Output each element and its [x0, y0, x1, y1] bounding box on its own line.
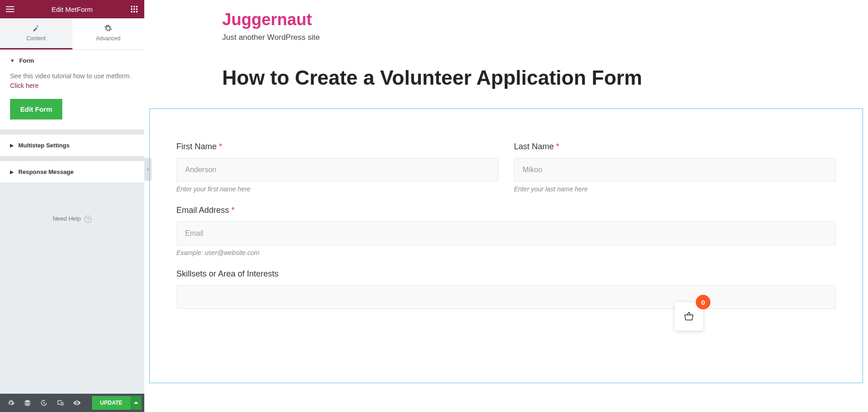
form-widget[interactable]: First Name * Enter your first name here …	[149, 108, 863, 383]
svg-rect-2	[6, 11, 14, 12]
svg-rect-9	[131, 11, 132, 12]
first-name-helper: Enter your first name here	[176, 185, 498, 193]
first-name-input[interactable]	[176, 158, 498, 182]
tab-content-label: Content	[0, 35, 72, 42]
form-row-skillsets: Skillsets or Area of Interests	[176, 269, 836, 309]
edit-form-button[interactable]: Edit Form	[10, 99, 62, 119]
cart-widget[interactable]: 0	[675, 302, 703, 331]
history-icon[interactable]	[36, 394, 52, 412]
apps-grid-icon[interactable]	[130, 5, 139, 14]
panel-divider	[0, 157, 144, 161]
last-name-helper: Enter your last name here	[514, 185, 836, 193]
panel-response: ▶ Response Message	[0, 161, 144, 183]
svg-rect-1	[6, 9, 14, 10]
basket-icon	[683, 311, 694, 322]
caret-right-icon: ▶	[10, 143, 14, 148]
svg-rect-6	[131, 8, 132, 10]
svg-rect-4	[133, 6, 135, 7]
sidebar-footer: UPDATE	[0, 394, 144, 412]
field-last-name: Last Name * Enter your last name here	[514, 142, 836, 193]
site-tagline: Just another WordPress site	[222, 33, 868, 42]
email-label: Email Address *	[176, 206, 836, 215]
sidebar-empty-area: Need Help ?	[0, 183, 144, 412]
need-help[interactable]: Need Help ?	[0, 183, 144, 255]
required-star: *	[231, 206, 235, 215]
last-name-input[interactable]	[514, 158, 836, 182]
navigator-icon[interactable]	[19, 394, 36, 412]
caret-right-icon: ▶	[10, 169, 14, 174]
page-title: How to Create a Volunteer Application Fo…	[222, 65, 790, 90]
panel-response-label: Response Message	[18, 168, 74, 175]
site-title: Juggernaut	[222, 10, 868, 29]
field-email: Email Address * Example: user@website.co…	[176, 206, 836, 256]
svg-rect-3	[131, 6, 132, 7]
need-help-label: Need Help	[53, 215, 81, 222]
update-dropdown-toggle[interactable]	[131, 396, 142, 410]
svg-rect-10	[133, 11, 135, 12]
email-helper: Example: user@website.com	[176, 249, 836, 256]
svg-rect-8	[136, 8, 137, 10]
svg-rect-5	[136, 6, 137, 7]
field-first-name: First Name * Enter your first name here	[176, 142, 498, 193]
editor-canvas: Juggernaut Just another WordPress site H…	[144, 0, 868, 412]
editor-sidebar: Edit MetForm Content Advanced ▼ Form See…	[0, 0, 144, 412]
tab-advanced[interactable]: Advanced	[72, 18, 145, 49]
required-star: *	[556, 142, 559, 151]
email-input[interactable]	[176, 222, 836, 245]
tutorial-link[interactable]: Click here	[10, 82, 38, 89]
svg-rect-11	[136, 11, 137, 12]
panel-form-label: Form	[19, 57, 34, 64]
svg-rect-0	[6, 6, 14, 7]
panel-form-content: See this video tutorial how to use metfo…	[0, 71, 144, 130]
sidebar-header: Edit MetForm	[0, 0, 144, 18]
form-row-name: First Name * Enter your first name here …	[176, 142, 836, 193]
form-row-email: Email Address * Example: user@website.co…	[176, 206, 836, 256]
sidebar-title: Edit MetForm	[15, 5, 130, 13]
svg-rect-7	[133, 8, 135, 10]
cart-count-badge: 0	[696, 295, 710, 309]
panel-multistep-heading[interactable]: ▶ Multistep Settings	[0, 135, 144, 156]
skillsets-input[interactable]	[176, 285, 836, 309]
page-header: Juggernaut Just another WordPress site	[144, 0, 868, 56]
panel-divider	[0, 130, 144, 135]
panel-multistep-label: Multistep Settings	[18, 142, 70, 149]
tab-content[interactable]: Content	[0, 18, 72, 49]
skillsets-label: Skillsets or Area of Interests	[176, 269, 836, 279]
required-star: *	[219, 142, 222, 151]
last-name-label: Last Name *	[514, 142, 836, 152]
first-name-label: First Name *	[176, 142, 498, 152]
panel-response-heading[interactable]: ▶ Response Message	[0, 161, 144, 183]
panel-multistep: ▶ Multistep Settings	[0, 135, 144, 157]
tutorial-text: See this video tutorial how to use metfo…	[10, 71, 134, 91]
update-button[interactable]: UPDATE	[92, 396, 131, 410]
question-icon: ?	[84, 216, 92, 223]
field-skillsets: Skillsets or Area of Interests	[176, 269, 836, 309]
preview-icon[interactable]	[69, 394, 85, 412]
responsive-icon[interactable]	[52, 394, 69, 412]
settings-icon[interactable]	[3, 394, 19, 412]
update-button-group: UPDATE	[92, 396, 142, 410]
panel-form: ▼ Form See this video tutorial how to us…	[0, 50, 144, 130]
caret-down-icon: ▼	[10, 58, 15, 63]
panel-form-heading[interactable]: ▼ Form	[0, 50, 144, 71]
tab-advanced-label: Advanced	[72, 35, 145, 42]
menu-icon[interactable]	[5, 5, 15, 14]
sidebar-tabs: Content Advanced	[0, 18, 144, 50]
